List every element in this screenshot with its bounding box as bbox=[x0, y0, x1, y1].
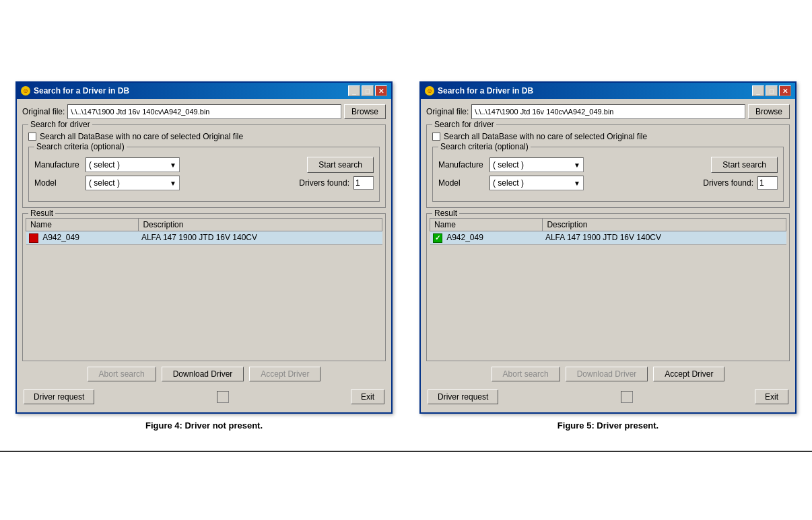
drivers-found-label-2: Drivers found: bbox=[703, 178, 753, 188]
download-driver-button-1[interactable]: Download Driver bbox=[162, 367, 244, 381]
file-input-2[interactable] bbox=[471, 104, 745, 119]
model-dropdown-arrow-2: ▼ bbox=[574, 180, 580, 187]
minimize-button-1[interactable]: _ bbox=[348, 85, 360, 96]
result-table-1: Name Description A942_049 ALFA 147 1900 … bbox=[26, 218, 382, 245]
figures-row: ☺ Search for a Driver in DB _ □ ✕ Origin… bbox=[2, 68, 810, 444]
figure-4-container: ☺ Search for a Driver in DB _ □ ✕ Origin… bbox=[15, 81, 393, 431]
abort-search-button-2[interactable]: Abort search bbox=[492, 367, 560, 381]
checkbox-label-2: Search all DataBase with no care of sele… bbox=[444, 132, 647, 141]
result-group-1: Result Name Description bbox=[22, 213, 386, 361]
model-label-1: Model bbox=[34, 178, 81, 188]
col-desc-header-1: Description bbox=[139, 219, 382, 231]
download-driver-button-2[interactable]: Download Driver bbox=[566, 367, 648, 381]
caption-2: Figure 5: Driver present. bbox=[557, 420, 658, 431]
footer-small-box-2 bbox=[621, 391, 633, 403]
title-bar-1: ☺ Search for a Driver in DB _ □ ✕ bbox=[17, 83, 391, 99]
all-database-checkbox-1[interactable] bbox=[28, 133, 36, 141]
browse-button-1[interactable]: Browse bbox=[344, 104, 386, 119]
model-dropdown-arrow-1: ▼ bbox=[170, 180, 176, 187]
result-group-2: Result Name Description ✓ bbox=[426, 213, 790, 361]
driver-request-button-1[interactable]: Driver request bbox=[24, 389, 94, 404]
result-table-2: Name Description ✓ A942_049 ALFA 147 190… bbox=[430, 218, 786, 245]
file-input-1[interactable] bbox=[67, 104, 341, 119]
result-label-1: Result bbox=[28, 209, 55, 218]
file-label-2: Original file: bbox=[426, 107, 469, 116]
window-body-1: Original file: Browse Search for driver … bbox=[17, 99, 391, 412]
model-row-2: Model ( select ) ▼ Drivers found: bbox=[438, 176, 778, 190]
accept-driver-button-1[interactable]: Accept Driver bbox=[249, 367, 320, 381]
result-desc-cell-2: ALFA 147 1900 JTD 16V 140CV bbox=[543, 231, 786, 245]
result-name-cell-2: ✓ A942_049 bbox=[430, 231, 543, 245]
window-body-2: Original file: Browse Search for driver … bbox=[421, 99, 795, 412]
all-database-checkbox-2[interactable] bbox=[432, 133, 440, 141]
col-name-header-2: Name bbox=[430, 219, 543, 231]
footer-row-2: Driver request Exit bbox=[426, 387, 790, 407]
row-status-icon-2: ✓ bbox=[433, 233, 442, 243]
start-search-button-2[interactable]: Start search bbox=[711, 157, 778, 173]
checkbox-label-1: Search all DataBase with no care of sele… bbox=[40, 132, 243, 141]
criteria-group-1: Search criteria (optional) Manufacture (… bbox=[28, 147, 380, 202]
result-row-1[interactable]: A942_049 ALFA 147 1900 JTD 16V 140CV bbox=[26, 231, 382, 245]
manufacture-row-2: Manufacture ( select ) ▼ Start search bbox=[438, 157, 778, 173]
result-label-2: Result bbox=[432, 209, 459, 218]
model-dropdown-2[interactable]: ( select ) ▼ bbox=[489, 176, 584, 190]
manufacture-dropdown-2[interactable]: ( select ) ▼ bbox=[489, 157, 584, 172]
result-desc-cell-1: ALFA 147 1900 JTD 16V 140CV bbox=[139, 231, 382, 245]
col-name-header-1: Name bbox=[26, 219, 139, 231]
close-button-2[interactable]: ✕ bbox=[779, 85, 791, 96]
manufacture-dropdown-1[interactable]: ( select ) ▼ bbox=[86, 157, 180, 172]
checkbox-row-2: Search all DataBase with no care of sele… bbox=[432, 132, 784, 141]
bottom-separator bbox=[0, 451, 812, 452]
title-bar-2: ☺ Search for a Driver in DB _ □ ✕ bbox=[421, 83, 795, 99]
exit-button-2[interactable]: Exit bbox=[755, 389, 788, 404]
caption-1: Figure 4: Driver not present. bbox=[145, 420, 263, 431]
manufacture-row-1: Manufacture ( select ) ▼ Start search bbox=[34, 157, 374, 173]
driver-request-button-2[interactable]: Driver request bbox=[428, 389, 498, 404]
result-name-cell-1: A942_049 bbox=[26, 231, 139, 245]
start-search-button-1[interactable]: Start search bbox=[307, 157, 374, 173]
manufacture-dropdown-arrow-1: ▼ bbox=[170, 161, 176, 169]
close-button-1[interactable]: ✕ bbox=[375, 85, 387, 96]
abort-search-button-1[interactable]: Abort search bbox=[88, 367, 156, 381]
manufacture-label-1: Manufacture bbox=[34, 160, 81, 170]
window-1: ☺ Search for a Driver in DB _ □ ✕ Origin… bbox=[15, 81, 393, 414]
accept-driver-button-2[interactable]: Accept Driver bbox=[653, 367, 724, 381]
exit-button-1[interactable]: Exit bbox=[351, 389, 384, 404]
file-row-2: Original file: Browse bbox=[426, 104, 790, 119]
row-status-icon-1 bbox=[29, 233, 38, 243]
col-desc-header-2: Description bbox=[543, 219, 786, 231]
drivers-found-input-2[interactable] bbox=[757, 176, 778, 190]
drivers-found-label-1: Drivers found: bbox=[299, 178, 349, 188]
window-icon-1: ☺ bbox=[21, 86, 30, 96]
bottom-buttons-2: Abort search Download Driver Accept Driv… bbox=[426, 367, 790, 381]
search-driver-label-2: Search for driver bbox=[432, 120, 496, 129]
criteria-group-2: Search criteria (optional) Manufacture (… bbox=[432, 147, 784, 202]
checkbox-row-1: Search all DataBase with no care of sele… bbox=[28, 132, 380, 141]
footer-small-box-1 bbox=[217, 391, 229, 403]
window-2: ☺ Search for a Driver in DB _ □ ✕ Origin… bbox=[419, 81, 797, 414]
model-row-1: Model ( select ) ▼ Drivers found: bbox=[34, 176, 374, 190]
drivers-found-input-1[interactable] bbox=[353, 176, 374, 190]
maximize-button-2[interactable]: □ bbox=[766, 85, 778, 96]
window-title-2: Search for a Driver in DB bbox=[438, 86, 533, 96]
figure-5-container: ☺ Search for a Driver in DB _ □ ✕ Origin… bbox=[419, 81, 797, 431]
search-driver-group-2: Search for driver Search all DataBase wi… bbox=[426, 124, 790, 208]
browse-button-2[interactable]: Browse bbox=[748, 104, 790, 119]
criteria-label-1: Search criteria (optional) bbox=[34, 142, 127, 151]
maximize-button-1[interactable]: □ bbox=[362, 85, 374, 96]
manufacture-label-2: Manufacture bbox=[438, 160, 485, 170]
model-dropdown-1[interactable]: ( select ) ▼ bbox=[86, 176, 180, 190]
search-driver-label-1: Search for driver bbox=[28, 120, 92, 129]
window-icon-2: ☺ bbox=[425, 86, 434, 96]
window-title-1: Search for a Driver in DB bbox=[34, 86, 129, 96]
bottom-buttons-1: Abort search Download Driver Accept Driv… bbox=[22, 367, 386, 381]
criteria-label-2: Search criteria (optional) bbox=[438, 142, 531, 151]
result-row-2[interactable]: ✓ A942_049 ALFA 147 1900 JTD 16V 140CV bbox=[430, 231, 786, 245]
minimize-button-2[interactable]: _ bbox=[752, 85, 764, 96]
manufacture-dropdown-arrow-2: ▼ bbox=[574, 161, 580, 169]
title-buttons-1: _ □ ✕ bbox=[348, 85, 387, 96]
footer-row-1: Driver request Exit bbox=[22, 387, 386, 407]
search-driver-group-1: Search for driver Search all DataBase wi… bbox=[22, 124, 386, 208]
file-label-1: Original file: bbox=[22, 107, 65, 116]
title-buttons-2: _ □ ✕ bbox=[752, 85, 791, 96]
